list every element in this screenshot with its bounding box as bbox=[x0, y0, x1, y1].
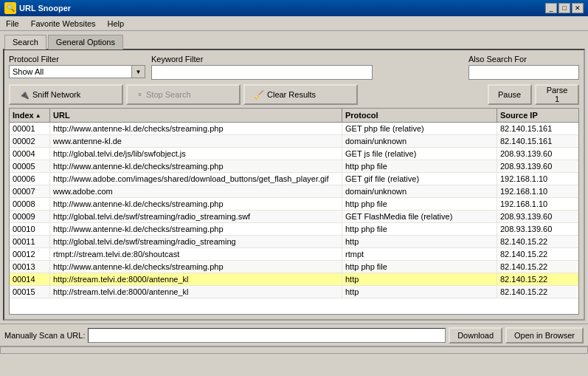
scrollbar-track[interactable] bbox=[0, 346, 588, 354]
cell-source-ip: 82.140.15.22 bbox=[497, 273, 578, 285]
clear-results-label: Clear Results bbox=[267, 90, 316, 99]
cell-source-ip: 82.140.15.161 bbox=[497, 123, 578, 134]
col-header-url[interactable]: URL bbox=[50, 109, 342, 122]
cell-source-ip: 208.93.139.60 bbox=[497, 160, 578, 172]
table-row[interactable]: 00013 http://www.antenne-kl.de/checks/st… bbox=[10, 261, 578, 273]
cell-url: http://www.adobe.com/images/shared/downl… bbox=[50, 173, 342, 185]
table-row[interactable]: 00006 http://www.adobe.com/images/shared… bbox=[10, 173, 578, 185]
close-button[interactable]: ✕ bbox=[572, 3, 584, 13]
parse-label: Parse 1 bbox=[545, 86, 569, 103]
also-search-input[interactable] bbox=[468, 65, 579, 80]
cell-index: 00009 bbox=[10, 211, 50, 222]
filter-row: Protocol Filter Show All ▼ Keyword Filte… bbox=[9, 55, 579, 80]
cell-url: www.antenne-kl.de bbox=[50, 135, 342, 147]
toolbar: 🔌 Sniff Network ⚬ Stop Search 🧹 Clear Re… bbox=[9, 84, 579, 105]
cell-source-ip: 208.93.139.60 bbox=[497, 211, 578, 222]
keyword-filter-group: Keyword Filter bbox=[151, 55, 463, 80]
cell-url: http://global.telvi.de/swf/streaming/rad… bbox=[50, 236, 342, 247]
table-row[interactable]: 00005 http://www.antenne-kl.de/checks/st… bbox=[10, 160, 578, 173]
cell-source-ip: 82.140.15.22 bbox=[497, 248, 578, 260]
cell-protocol: http php file bbox=[342, 160, 497, 172]
pause-button[interactable]: Pause bbox=[488, 84, 532, 105]
cell-protocol: http bbox=[342, 286, 497, 298]
menu-help[interactable]: Help bbox=[105, 18, 128, 29]
menu-favorite-websites[interactable]: Favorite Websites bbox=[28, 18, 99, 29]
maximize-button[interactable]: □ bbox=[558, 3, 570, 13]
also-search-label: Also Search For bbox=[468, 55, 579, 64]
url-table: Index ▲ URL Protocol Source IP 00001 htt… bbox=[9, 108, 579, 315]
cell-protocol: GET js file (relative) bbox=[342, 148, 497, 160]
cell-index: 00004 bbox=[10, 148, 50, 160]
stop-search-button[interactable]: ⚬ Stop Search bbox=[126, 84, 241, 105]
sort-arrow-index: ▲ bbox=[35, 112, 41, 119]
cell-protocol: http php file bbox=[342, 261, 497, 273]
cell-url: http://www.antenne-kl.de/checks/streamin… bbox=[50, 123, 342, 134]
table-row[interactable]: 00012 rtmpt://stream.telvi.de:80/shoutca… bbox=[10, 248, 578, 261]
horizontal-scrollbar[interactable] bbox=[0, 346, 588, 353]
sniff-network-label: Sniff Network bbox=[32, 90, 80, 99]
clear-results-button[interactable]: 🧹 Clear Results bbox=[243, 84, 358, 105]
clear-results-icon: 🧹 bbox=[254, 90, 264, 100]
tab-search[interactable]: Search bbox=[4, 35, 46, 49]
sniff-network-icon: 🔌 bbox=[19, 90, 30, 100]
cell-source-ip: 82.140.15.161 bbox=[497, 135, 578, 147]
table-row[interactable]: 00015 http://stream.telvi.de:8000/antenn… bbox=[10, 286, 578, 298]
cell-index: 00006 bbox=[10, 173, 50, 185]
status-label: Manually Scan a URL: bbox=[4, 331, 85, 340]
cell-index: 00005 bbox=[10, 160, 50, 172]
tab-general-options[interactable]: General Options bbox=[48, 35, 123, 49]
cell-protocol: GET php file (relative) bbox=[342, 123, 497, 134]
table-row[interactable]: 00014 http://stream.telvi.de:8000/antenn… bbox=[10, 273, 578, 286]
table-row[interactable]: 00008 http://www.antenne-kl.de/checks/st… bbox=[10, 198, 578, 211]
cell-index: 00013 bbox=[10, 261, 50, 273]
cell-url: http://stream.telvi.de:8000/antenne_kl bbox=[50, 273, 342, 285]
cell-source-ip: 82.140.15.22 bbox=[497, 261, 578, 273]
sniff-network-button[interactable]: 🔌 Sniff Network bbox=[9, 84, 123, 105]
cell-protocol: http php file bbox=[342, 223, 497, 235]
table-row[interactable]: 00001 http://www.antenne-kl.de/checks/st… bbox=[10, 123, 578, 135]
title-bar: 🔍 URL Snooper _ □ ✕ bbox=[0, 0, 588, 16]
cell-url: rtmpt://stream.telvi.de:80/shoutcast bbox=[50, 248, 342, 260]
stop-search-icon: ⚬ bbox=[136, 90, 143, 100]
cell-protocol: GET gif file (relative) bbox=[342, 173, 497, 185]
table-row[interactable]: 00010 http://www.antenne-kl.de/checks/st… bbox=[10, 223, 578, 236]
cell-protocol: domain/unknown bbox=[342, 135, 497, 147]
keyword-filter-input[interactable] bbox=[151, 65, 373, 80]
table-row[interactable]: 00011 http://global.telvi.de/swf/streami… bbox=[10, 236, 578, 248]
table-header: Index ▲ URL Protocol Source IP bbox=[10, 109, 578, 123]
stop-search-label: Stop Search bbox=[146, 90, 191, 99]
col-header-index[interactable]: Index ▲ bbox=[10, 109, 50, 122]
col-header-protocol[interactable]: Protocol bbox=[342, 109, 497, 122]
window-controls: _ □ ✕ bbox=[545, 3, 584, 13]
protocol-filter-label: Protocol Filter bbox=[9, 55, 145, 64]
cell-index: 00011 bbox=[10, 236, 50, 247]
protocol-filter-dropdown-arrow[interactable]: ▼ bbox=[131, 66, 145, 78]
cell-index: 00012 bbox=[10, 248, 50, 260]
cell-protocol: GET FlashMedia file (relative) bbox=[342, 211, 497, 222]
table-row[interactable]: 00007 www.adobe.com domain/unknown 192.1… bbox=[10, 185, 578, 198]
cell-index: 00002 bbox=[10, 135, 50, 147]
table-body: 00001 http://www.antenne-kl.de/checks/st… bbox=[10, 123, 578, 315]
manual-scan-input[interactable] bbox=[88, 328, 446, 343]
cell-url: http://www.antenne-kl.de/checks/streamin… bbox=[50, 160, 342, 172]
col-header-source-ip[interactable]: Source IP bbox=[497, 109, 578, 122]
open-in-browser-button[interactable]: Open in Browser bbox=[505, 327, 584, 343]
cell-index: 00007 bbox=[10, 185, 50, 197]
parse-button[interactable]: Parse 1 bbox=[535, 84, 579, 105]
table-row[interactable]: 00009 http://global.telvi.de/swf/streami… bbox=[10, 211, 578, 223]
cell-source-ip: 192.168.1.10 bbox=[497, 173, 578, 185]
cell-url: http://www.antenne-kl.de/checks/streamin… bbox=[50, 198, 342, 210]
table-row[interactable]: 00002 www.antenne-kl.de domain/unknown 8… bbox=[10, 135, 578, 148]
cell-protocol: http bbox=[342, 236, 497, 247]
protocol-filter-select[interactable]: Show All ▼ bbox=[9, 65, 145, 78]
main-content: Protocol Filter Show All ▼ Keyword Filte… bbox=[3, 49, 585, 321]
table-row[interactable]: 00004 http://global.telvi.de/js/lib/swfo… bbox=[10, 148, 578, 160]
status-bar: Manually Scan a URL: Download Open in Br… bbox=[0, 324, 588, 346]
cell-url: http://stream.telvi.de:8000/antenne_kl bbox=[50, 286, 342, 298]
download-button[interactable]: Download bbox=[449, 327, 502, 343]
minimize-button[interactable]: _ bbox=[545, 3, 557, 13]
cell-source-ip: 192.168.1.10 bbox=[497, 185, 578, 197]
tab-bar: Search General Options bbox=[0, 31, 588, 49]
menu-file[interactable]: File bbox=[3, 18, 22, 29]
cell-index: 00001 bbox=[10, 123, 50, 134]
